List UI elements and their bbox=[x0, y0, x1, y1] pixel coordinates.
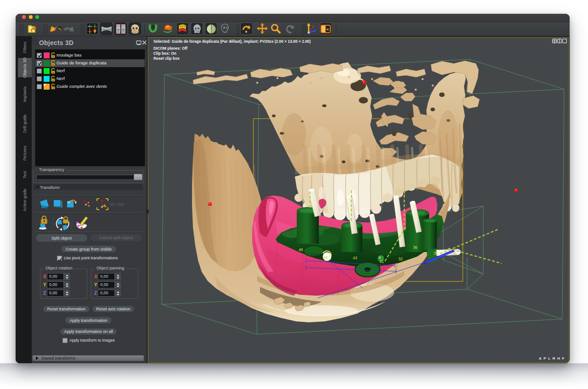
svg-text:45: 45 bbox=[323, 255, 328, 260]
svg-text:43: 43 bbox=[353, 256, 357, 260]
svg-text:35: 35 bbox=[434, 251, 438, 256]
svg-text:46: 46 bbox=[299, 247, 303, 252]
svg-text:«: « bbox=[326, 26, 329, 32]
svg-text:32: 32 bbox=[398, 257, 403, 261]
svg-text:41: 41 bbox=[379, 259, 384, 264]
svg-text:36: 36 bbox=[413, 245, 418, 250]
